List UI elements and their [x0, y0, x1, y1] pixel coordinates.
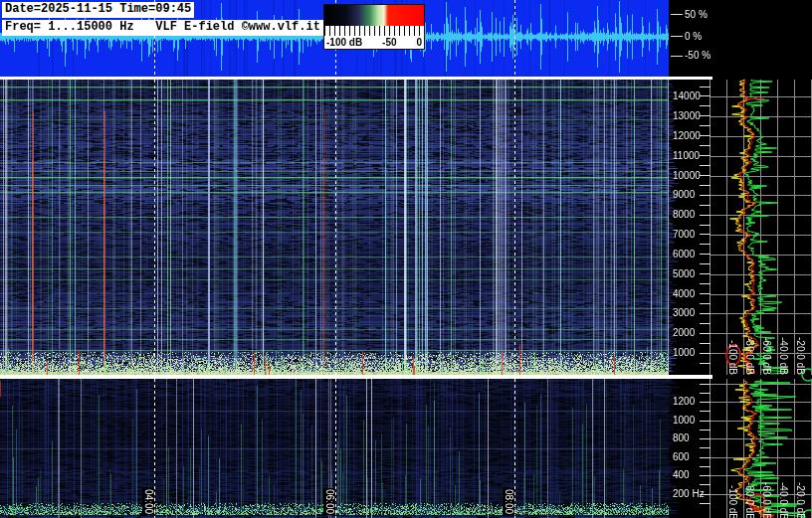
freq-tick-label: 3000	[673, 307, 695, 318]
freq-tick-label: 14000	[673, 90, 701, 101]
db-axis-label: -60.0 dB	[761, 482, 772, 518]
db-axis-label: -80.0 dB	[744, 337, 755, 375]
freq-tick-label: 9000	[673, 189, 695, 200]
db-axis-label: -80.0 dB	[744, 482, 755, 518]
freq-range-overlay: Freq= 1...15000 Hz VLF E-field ©www.vlf.…	[2, 20, 323, 36]
freq-tick-label: 600	[673, 451, 690, 462]
freq-tick-label: 1000	[673, 347, 695, 358]
colorbar-mid-label: -50	[382, 37, 396, 48]
freq-tick-label: 7000	[673, 229, 695, 240]
vlf-monitor-window: Date=2025-11-15 Time=09:45 Freq= 1...150…	[0, 0, 812, 518]
freq-tick-label: 4000	[673, 288, 695, 299]
db-axis-label: -20.0 dB	[795, 482, 806, 518]
freq-tick-label: 8000	[673, 209, 695, 220]
freq-tick-label: 6000	[673, 249, 695, 259]
freq-tick-label: 5000	[673, 268, 695, 279]
db-axis-label: -100 dB	[727, 485, 738, 518]
db-colorbar: -100 dB -50 0	[323, 4, 425, 50]
freq-tick-label: 800	[673, 432, 690, 443]
time-cursor-label: 04:00	[142, 488, 154, 515]
freq-tick-label: 1200	[673, 396, 695, 407]
db-axis-label: -100 dB	[727, 340, 738, 375]
amplitude-label: -50 %	[685, 50, 710, 61]
amplitude-label: 0 %	[685, 31, 702, 42]
time-cursor-label: 08:00	[503, 488, 514, 515]
time-cursor-label: 06:00	[323, 488, 335, 515]
freq-tick-label: 1000	[673, 415, 695, 426]
colorbar-min-label: -100 dB	[326, 37, 362, 48]
freq-tick-label: 2000	[673, 327, 695, 338]
amplitude-label: 50 %	[685, 9, 708, 20]
colorbar-ruler	[324, 26, 424, 36]
colorbar-max-label: 0	[416, 37, 422, 48]
freq-tick-label: 10000	[673, 170, 701, 181]
freq-tick-label: 200 Hz	[673, 488, 705, 499]
db-axis-label: -40.0 dB	[778, 337, 789, 375]
colorbar-gradient	[324, 5, 424, 26]
date-time-overlay: Date=2025-11-15 Time=09:45	[2, 2, 194, 18]
freq-tick-label: 400	[673, 469, 690, 480]
db-axis-label: -60.0 dB	[761, 337, 772, 375]
freq-tick-label: 13000	[673, 110, 701, 121]
freq-tick-label: 11000	[673, 150, 700, 161]
freq-tick-label: 12000	[673, 130, 701, 141]
colorbar-labels: -100 dB -50 0	[324, 36, 424, 48]
db-axis-label: -20.0 dB	[795, 337, 806, 375]
db-axis-label: -40.0 dB	[778, 482, 789, 518]
